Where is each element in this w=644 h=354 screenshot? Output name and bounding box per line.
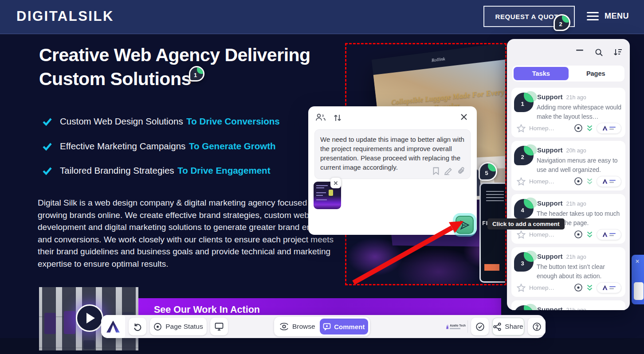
- site-header: DIGITALSILK REQUEST A QUOTE MENU: [0, 0, 644, 34]
- play-icon: [86, 313, 95, 323]
- mode-switcher: Browse Comment: [274, 317, 370, 336]
- task-author: Support: [537, 146, 563, 154]
- share-icon: [493, 323, 501, 331]
- close-icon[interactable]: ✕: [635, 258, 640, 265]
- sort-icon[interactable]: [613, 48, 622, 56]
- workspace-name: Azalio Tech: [450, 324, 466, 327]
- close-icon[interactable]: [460, 113, 468, 121]
- tab-pages[interactable]: Pages: [569, 67, 624, 80]
- task-time: 21h ago: [566, 94, 586, 101]
- remove-attachment-button[interactable]: ✕: [330, 178, 341, 188]
- search-icon[interactable]: [595, 48, 603, 57]
- status-icon[interactable]: [574, 177, 583, 186]
- swap-order-icon[interactable]: [333, 113, 342, 122]
- task-card[interactable]: 3 Support21h ago The button text isn’t c…: [511, 247, 625, 297]
- task-author: Support: [537, 306, 563, 310]
- comment-textarea[interactable]: We need to update this image to better a…: [314, 129, 471, 179]
- comment-label: Comment: [334, 323, 365, 331]
- assign-users-icon[interactable]: [315, 113, 326, 121]
- mockup-brand: Rollink: [431, 56, 445, 63]
- device-preview-button[interactable]: [210, 318, 228, 335]
- collaboration-toolbar: Page Status Browse Comment Azalio Tech S…: [101, 315, 545, 338]
- task-badge-5[interactable]: 5: [479, 162, 497, 181]
- checklist-item-1: Custom Web Design Solutions To Drive Con…: [42, 116, 280, 127]
- task-time: 21h ago: [566, 307, 586, 310]
- hamburger-icon: [587, 10, 599, 23]
- atarim-icon: [603, 232, 608, 237]
- task-page-label: Homep…: [529, 284, 570, 291]
- task-card[interactable]: 1 Support21h ago Adding more whitespace …: [511, 88, 625, 137]
- status-icon[interactable]: [574, 230, 583, 239]
- browse-label: Browse: [292, 323, 315, 331]
- digitalsilk-logo: DIGITALSILK: [16, 8, 114, 24]
- undo-button[interactable]: [129, 318, 146, 335]
- request-quote-label: REQUEST A QUOTE: [495, 13, 563, 20]
- chevrons-icon[interactable]: [586, 231, 593, 238]
- check-icon: [42, 141, 52, 152]
- page-status-button[interactable]: Page Status: [150, 318, 207, 335]
- eye-icon: [279, 323, 289, 331]
- task-card[interactable]: 2 Support20h ago Navigation menus are ea…: [511, 141, 625, 191]
- task-page-label: Homep…: [529, 178, 570, 185]
- phone-mockup: FISHING: [479, 183, 505, 283]
- send-comment-button[interactable]: [456, 216, 474, 234]
- task-author: Support: [537, 199, 563, 207]
- pencil-icon[interactable]: [444, 167, 453, 175]
- hero-paragraph: Digital Silk is a web design company & d…: [38, 197, 350, 270]
- help-button[interactable]: [528, 318, 546, 335]
- status-icon[interactable]: [574, 124, 583, 132]
- status-icon[interactable]: [574, 283, 583, 292]
- chevrons-icon[interactable]: [586, 124, 593, 132]
- task-badge-2[interactable]: 2: [554, 14, 570, 31]
- browse-button[interactable]: Browse: [279, 323, 315, 331]
- workspace-logo-icon: [446, 324, 448, 329]
- tab-tasks[interactable]: Tasks: [514, 67, 569, 80]
- bookmark-icon[interactable]: [432, 167, 440, 175]
- share-button[interactable]: Share: [492, 318, 524, 335]
- side-chat-widget[interactable]: ✕: [632, 255, 644, 304]
- menu-button[interactable]: MENU: [587, 10, 629, 23]
- task-number-badge: 2: [514, 146, 534, 165]
- chevrons-icon[interactable]: [586, 178, 593, 185]
- monitor-icon: [215, 323, 224, 331]
- star-icon[interactable]: [517, 124, 526, 132]
- comment-icon: [323, 323, 331, 331]
- minimize-icon[interactable]: [576, 50, 583, 51]
- approve-button[interactable]: [471, 318, 489, 335]
- task-number-badge: 3: [514, 252, 534, 272]
- send-icon: [460, 220, 470, 230]
- task-badge-1[interactable]: 1: [189, 66, 204, 82]
- task-page-label: Homep…: [529, 231, 570, 238]
- atarim-icon: [603, 285, 608, 290]
- atarim-icon: [603, 179, 608, 184]
- checklist-item-3: Tailored Branding Strategies To Drive En…: [42, 165, 270, 176]
- task-integrations-pill[interactable]: [597, 282, 621, 293]
- paperclip-icon[interactable]: [458, 167, 465, 175]
- task-integrations-pill[interactable]: [597, 176, 621, 187]
- task-integrations-pill[interactable]: [597, 229, 621, 240]
- task-card[interactable]: Support21h ago: [511, 300, 625, 310]
- task-text: Adding more whitespace would make the la…: [537, 103, 624, 121]
- atarim-logo[interactable]: [101, 315, 125, 338]
- atarim-icon: [603, 126, 608, 131]
- workspace-logo-icon: [609, 127, 616, 130]
- task-panel: Tasks Pages 1 Support21h ago Adding more…: [507, 39, 630, 310]
- menu-label: MENU: [605, 12, 629, 21]
- task-integrations-pill[interactable]: [597, 123, 621, 134]
- star-icon[interactable]: [517, 284, 526, 292]
- approve-icon: [475, 322, 485, 331]
- task-time: 20h ago: [566, 148, 586, 154]
- check-icon: [42, 166, 52, 176]
- page-status-label: Page Status: [165, 323, 203, 331]
- task-text: The button text isn’t clear enough about…: [537, 262, 624, 280]
- star-icon[interactable]: [517, 177, 526, 186]
- play-button[interactable]: [76, 304, 103, 332]
- checklist-item-2: Effective Marketing Campaigns To Generat…: [42, 141, 276, 152]
- chevrons-icon[interactable]: [586, 284, 593, 291]
- comment-mode-button[interactable]: Comment: [320, 319, 368, 335]
- task-time: 21h ago: [566, 254, 586, 260]
- task-author: Support: [537, 93, 563, 101]
- workspace-logo: Azalio Tech: [446, 322, 466, 331]
- task-author: Support: [537, 253, 563, 260]
- star-icon[interactable]: [517, 230, 526, 239]
